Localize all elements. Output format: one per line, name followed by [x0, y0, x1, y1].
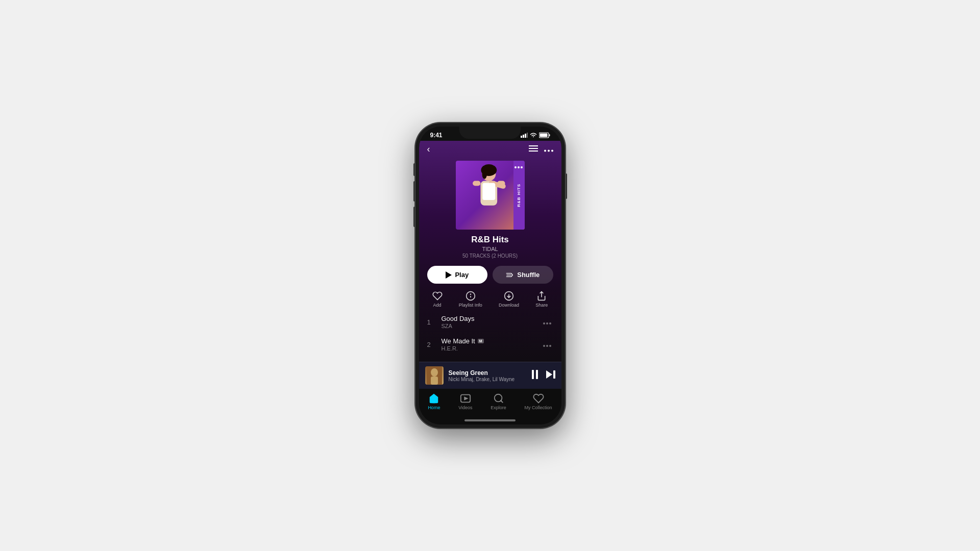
pause-button[interactable]	[531, 370, 539, 382]
track-more-1[interactable]	[541, 315, 553, 329]
svg-marker-45	[464, 396, 468, 400]
playlist-meta: 50 TRACKS (2 HOURS)	[427, 253, 553, 259]
next-button[interactable]	[546, 370, 555, 381]
svg-rect-5	[549, 134, 550, 136]
svg-point-46	[494, 394, 502, 402]
now-playing-bar[interactable]: Seeing Green Nicki Minaj, Drake, Lil Way…	[419, 362, 561, 389]
indicator-bar	[464, 419, 516, 421]
volume-up-button	[413, 181, 415, 202]
nav-explore-label: Explore	[491, 405, 506, 410]
share-action[interactable]: Share	[535, 291, 548, 308]
play-icon	[446, 271, 452, 279]
info-icon	[465, 291, 476, 301]
track-number-1: 1	[427, 318, 437, 326]
status-time: 9:41	[430, 132, 443, 139]
explore-icon	[493, 393, 504, 404]
shuffle-button[interactable]: Shuffle	[493, 266, 553, 284]
home-indicator	[419, 417, 561, 424]
nav-explore[interactable]: Explore	[491, 393, 506, 410]
svg-rect-20	[482, 183, 495, 200]
track-title-2: We Made It M	[442, 337, 541, 345]
track-artist-2: H.E.R.	[442, 345, 541, 352]
svg-rect-41	[536, 370, 538, 379]
svg-point-15	[482, 169, 487, 179]
album-more-button[interactable]	[514, 163, 523, 171]
nav-collection-label: My Collection	[525, 405, 552, 410]
track-info-1: Good Days SZA	[442, 315, 541, 329]
svg-point-21	[514, 166, 517, 168]
svg-point-31	[543, 322, 545, 324]
playlist-info-action[interactable]: Playlist Info	[459, 291, 482, 308]
svg-rect-17	[473, 181, 480, 186]
more-options-button[interactable]	[544, 145, 553, 154]
icon-row: Add Playlist Info Download	[419, 287, 561, 311]
notch	[459, 127, 521, 139]
svg-marker-42	[546, 370, 552, 379]
svg-rect-0	[521, 136, 522, 138]
share-label: Share	[535, 303, 548, 308]
svg-marker-24	[446, 271, 452, 279]
main-content: ‹	[419, 141, 561, 389]
track-item[interactable]: 1 Good Days SZA	[427, 311, 553, 333]
svg-point-36	[549, 345, 551, 347]
now-playing-artist: Nicki Minaj, Drake, Lil Wayne	[449, 377, 531, 382]
add-action[interactable]: Add	[432, 291, 443, 308]
nav-videos-label: Videos	[458, 405, 472, 410]
nav-home[interactable]: Home	[428, 393, 440, 410]
signal-icon	[521, 133, 528, 138]
collection-icon	[533, 393, 544, 404]
playlist-info: R&B Hits TIDAL 50 TRACKS (2 HOURS)	[419, 235, 561, 263]
album-label-bar: R&B HITS	[513, 161, 525, 230]
power-button	[566, 173, 567, 199]
svg-rect-39	[431, 377, 438, 385]
menu-button[interactable]	[529, 145, 538, 154]
svg-point-35	[546, 345, 548, 347]
nav-home-label: Home	[428, 405, 440, 410]
download-action[interactable]: Download	[499, 291, 519, 308]
download-icon	[504, 291, 514, 301]
videos-icon	[460, 393, 471, 404]
play-label: Play	[455, 271, 469, 279]
volume-down-button	[413, 207, 415, 227]
share-icon	[536, 291, 547, 301]
add-label: Add	[433, 303, 442, 308]
svg-rect-43	[553, 370, 555, 379]
action-buttons: Play Shuffle	[419, 263, 561, 287]
playlist-curator: TIDAL	[427, 246, 553, 252]
bottom-nav: Home Videos Explore My Co	[419, 389, 561, 417]
shuffle-icon	[506, 272, 514, 278]
now-playing-title: Seeing Green	[449, 369, 531, 377]
album-art: R&B HITS	[456, 161, 525, 230]
svg-rect-3	[527, 133, 528, 138]
mute-button	[413, 163, 415, 176]
svg-point-32	[546, 322, 548, 324]
wifi-icon	[530, 133, 537, 138]
page-header: ‹	[419, 141, 561, 159]
svg-point-12	[551, 149, 553, 152]
svg-rect-6	[540, 134, 547, 137]
download-label: Download	[499, 303, 519, 308]
track-list: 1 Good Days SZA	[419, 311, 561, 362]
heart-icon	[432, 291, 443, 301]
track-title-1: Good Days	[442, 315, 541, 322]
track-more-2[interactable]	[541, 338, 553, 351]
track-artist-1: SZA	[442, 323, 541, 329]
explicit-badge: M	[478, 339, 484, 343]
nav-collection[interactable]: My Collection	[525, 393, 552, 410]
svg-point-33	[549, 322, 551, 324]
playlist-title: R&B Hits	[427, 235, 553, 245]
track-item[interactable]: 2 We Made It M H.E.R.	[427, 333, 553, 356]
play-button[interactable]: Play	[427, 266, 488, 284]
svg-point-38	[431, 368, 438, 377]
svg-point-22	[518, 166, 520, 168]
svg-rect-40	[532, 370, 534, 379]
track-number-2: 2	[427, 341, 437, 348]
header-right-icons	[529, 145, 553, 154]
battery-icon	[539, 132, 550, 138]
svg-point-23	[521, 166, 523, 168]
nav-videos[interactable]: Videos	[458, 393, 472, 410]
now-playing-info: Seeing Green Nicki Minaj, Drake, Lil Way…	[449, 369, 531, 382]
status-icons	[521, 132, 550, 138]
back-button[interactable]: ‹	[427, 144, 430, 155]
now-playing-controls	[531, 370, 555, 382]
